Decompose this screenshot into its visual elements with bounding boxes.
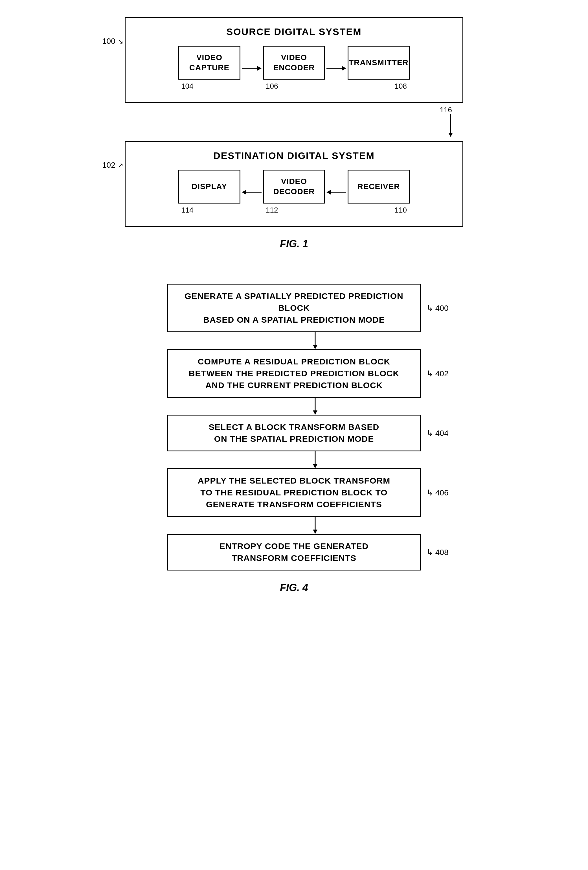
transmitter-box: TRANSMITTER — [348, 46, 410, 80]
step-404-box: SELECT A BLOCK TRANSFORM BASEDON THE SPA… — [167, 415, 421, 451]
video-decoder-label: VIDEODECODER — [273, 176, 315, 197]
video-capture-wrapper: VIDEOCAPTURE 104 — [178, 46, 240, 91]
dest-blocks-row: DISPLAY 114 — [137, 170, 451, 215]
svg-marker-3 — [342, 66, 346, 71]
dest-ref-label: 102 ↗ — [102, 161, 123, 170]
step-400-wrapper: GENERATE A SPATIALLY PREDICTED PREDICTIO… — [125, 284, 463, 332]
fig1-top-area: 100 ↘ SOURCE DIGITAL SYSTEM VIDEOCAPTURE… — [125, 17, 463, 229]
source-blocks-row: VIDEOCAPTURE 104 — [137, 46, 451, 91]
video-decoder-wrapper: VIDEODECODER 112 — [263, 170, 325, 215]
source-system-label: SOURCE DIGITAL SYSTEM — [137, 26, 451, 37]
step-404-ref: ↳ 404 — [427, 429, 449, 438]
arrow-encoder-to-transmitter — [325, 63, 348, 74]
svg-marker-5 — [448, 133, 453, 137]
display-label: DISPLAY — [192, 182, 227, 192]
step-406-box: APPLY THE SELECTED BLOCK TRANSFORMTO THE… — [167, 468, 421, 517]
transmitter-ref: 108 — [395, 82, 407, 91]
video-capture-label: VIDEOCAPTURE — [189, 52, 229, 73]
step-402-box: COMPUTE A RESIDUAL PREDICTION BLOCKBETWE… — [167, 349, 421, 398]
svg-marker-13 — [313, 410, 317, 415]
arrow-400-402 — [188, 332, 442, 349]
step-406-wrapper: APPLY THE SELECTED BLOCK TRANSFORMTO THE… — [125, 468, 463, 517]
video-capture-ref: 104 — [181, 82, 193, 91]
fig1-caption: FIG. 1 — [280, 238, 308, 250]
source-ref-label: 100 ↘ — [102, 37, 123, 46]
video-capture-box: VIDEOCAPTURE — [178, 46, 240, 80]
video-decoder-box: VIDEODECODER — [263, 170, 325, 204]
fig1-container: 100 ↘ SOURCE DIGITAL SYSTEM VIDEOCAPTURE… — [97, 17, 491, 250]
step-400-ref: ↳ 400 — [427, 304, 449, 313]
video-decoder-ref: 112 — [266, 206, 278, 215]
step-406-ref: ↳ 406 — [427, 488, 449, 498]
dest-system-label: DESTINATION DIGITAL SYSTEM — [137, 150, 451, 161]
arrow-capture-to-encoder — [240, 63, 263, 74]
dest-system-wrapper: 102 ↗ DESTINATION DIGITAL SYSTEM DISPLAY… — [125, 141, 463, 229]
fig4-container: GENERATE A SPATIALLY PREDICTED PREDICTIO… — [97, 284, 491, 594]
arrow-404-406 — [188, 451, 442, 468]
video-encoder-wrapper: VIDEOENCODER 106 — [263, 46, 325, 91]
svg-marker-9 — [326, 190, 330, 195]
step-400-box: GENERATE A SPATIALLY PREDICTED PREDICTIO… — [167, 284, 421, 332]
step-408-box: ENTROPY CODE THE GENERATEDTRANSFORM COEF… — [167, 534, 421, 571]
step-408-text: ENTROPY CODE THE GENERATEDTRANSFORM COEF… — [219, 540, 369, 564]
arrow-receiver-to-decoder — [325, 186, 348, 198]
transmitter-wrapper: TRANSMITTER 108 — [348, 46, 410, 91]
video-encoder-label: VIDEOENCODER — [273, 52, 315, 73]
arrow-402-404 — [188, 398, 442, 415]
receiver-ref: 110 — [395, 206, 407, 215]
display-ref: 114 — [181, 206, 193, 215]
arrow-decoder-to-display — [240, 186, 263, 198]
svg-marker-11 — [313, 345, 317, 349]
step-404-text: SELECT A BLOCK TRANSFORM BASEDON THE SPA… — [209, 421, 379, 445]
page-container: 100 ↘ SOURCE DIGITAL SYSTEM VIDEOCAPTURE… — [0, 0, 588, 870]
receiver-box: RECEIVER — [348, 170, 410, 204]
arrow-transmitter-to-receiver — [447, 114, 455, 138]
arrow-406-408 — [188, 517, 442, 534]
step-406-text: APPLY THE SELECTED BLOCK TRANSFORMTO THE… — [198, 475, 390, 510]
channel-arrow-area: 116 — [125, 106, 463, 138]
display-wrapper: DISPLAY 114 — [178, 170, 240, 215]
svg-marker-17 — [313, 530, 317, 534]
step-402-wrapper: COMPUTE A RESIDUAL PREDICTION BLOCKBETWE… — [125, 349, 463, 398]
channel-ref: 116 — [440, 106, 452, 114]
receiver-wrapper: RECEIVER 110 — [348, 170, 410, 215]
svg-marker-1 — [258, 66, 262, 71]
source-system-wrapper: 100 ↘ SOURCE DIGITAL SYSTEM VIDEOCAPTURE… — [125, 17, 463, 106]
step-402-ref: ↳ 402 — [427, 369, 449, 378]
video-encoder-ref: 106 — [266, 82, 278, 91]
step-400-text: GENERATE A SPATIALLY PREDICTED PREDICTIO… — [176, 290, 412, 326]
step-404-wrapper: SELECT A BLOCK TRANSFORM BASEDON THE SPA… — [125, 415, 463, 451]
transmitter-label: TRANSMITTER — [349, 58, 409, 68]
receiver-label: RECEIVER — [357, 182, 400, 192]
step-408-wrapper: ENTROPY CODE THE GENERATEDTRANSFORM COEF… — [125, 534, 463, 571]
step-408-ref: ↳ 408 — [427, 548, 449, 557]
fig4-caption: FIG. 4 — [280, 582, 308, 594]
display-box: DISPLAY — [178, 170, 240, 204]
svg-marker-7 — [242, 190, 246, 195]
source-system-box: SOURCE DIGITAL SYSTEM VIDEOCAPTURE 104 — [125, 17, 463, 103]
step-402-text: COMPUTE A RESIDUAL PREDICTION BLOCKBETWE… — [189, 356, 399, 391]
dest-system-box: DESTINATION DIGITAL SYSTEM DISPLAY 114 — [125, 141, 463, 227]
video-encoder-box: VIDEOENCODER — [263, 46, 325, 80]
svg-marker-15 — [313, 464, 317, 468]
